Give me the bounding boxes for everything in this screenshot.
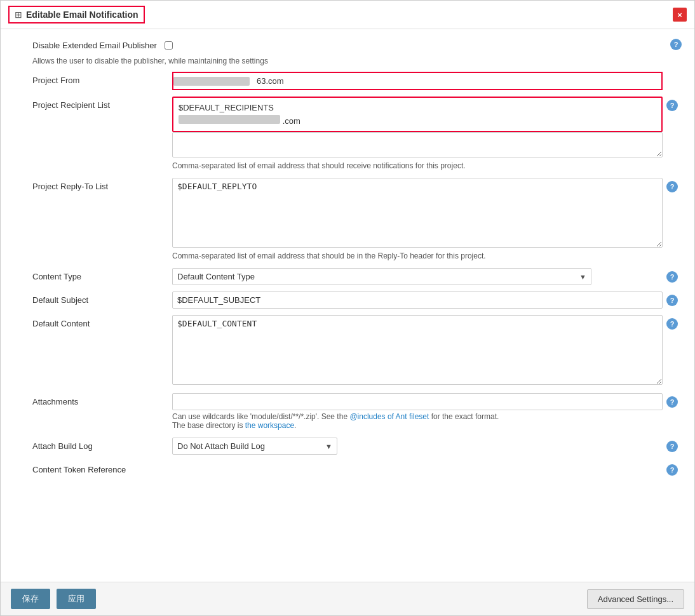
save-button[interactable]: 保存 [11,589,50,609]
recipient-blurred-row: .com [176,114,659,128]
recipient-suffix: .com [283,116,300,126]
title-bar: ⊞ Editable Email Notification × [1,1,694,29]
help-icon-token[interactable]: ? [666,464,678,476]
apply-button[interactable]: 应用 [57,589,96,609]
disable-extended-hint: Allows the user to disable the publisher… [32,57,682,65]
attachments-hint: Can use wildcards like 'module/dist/**/*… [172,412,663,430]
default-subject-label: Default Subject [32,291,172,305]
recipient-textarea[interactable] [172,132,663,157]
project-from-row: Project From 63.com [32,72,682,90]
disable-extended-label: Disable Extended Email Publisher [32,41,157,50]
recipient-hint: Comma-separated list of email address th… [172,161,663,170]
help-icon-content[interactable]: ? [666,318,678,330]
project-from-label: Project From [32,72,172,85]
default-content-textarea[interactable]: $DEFAULT_CONTENT [172,315,663,385]
project-recipient-row: Project Recipient List $DEFAULT_RECIPIEN… [32,97,682,171]
close-button[interactable]: × [673,8,687,22]
help-icon-attach-log[interactable]: ? [666,441,678,452]
attach-build-log-label: Attach Build Log [32,438,172,451]
content-type-select-wrap: Default Content Type text/plain text/htm… [172,268,591,285]
attachments-label: Attachments [32,393,172,406]
default-subject-input[interactable]: $DEFAULT_SUBJECT [172,291,663,309]
project-from-input-wrap: 63.com [172,72,663,90]
help-icon-recipient[interactable]: ? [666,100,678,111]
recipient-default: $DEFAULT_RECIPIENTS [176,100,659,114]
disable-extended-checkbox[interactable] [165,41,173,50]
help-icon-attachments[interactable]: ? [666,396,678,408]
workspace-link[interactable]: the workspace [245,421,294,430]
attachments-input[interactable] [172,393,663,410]
help-icon-reply-to[interactable]: ? [666,181,678,192]
help-icon-content-type[interactable]: ? [666,271,678,283]
help-icon-subject[interactable]: ? [666,295,678,306]
recipient-box: $DEFAULT_RECIPIENTS .com [172,97,663,132]
content-token-label: Content Token Reference [32,461,172,474]
title-bar-frame: ⊞ Editable Email Notification [8,6,145,23]
bottom-bar: 保存 应用 Advanced Settings... [1,582,694,615]
action-buttons: 保存 应用 [11,589,96,609]
reply-to-textarea[interactable]: $DEFAULT_REPLYTO [172,178,663,248]
attach-build-log-row: Attach Build Log Do Not Attach Build Log… [32,438,682,455]
help-icon-top[interactable]: ? [670,39,682,50]
default-content-row: Default Content $DEFAULT_CONTENT ? [32,315,682,387]
default-content-label: Default Content [32,315,172,328]
project-reply-to-row: Project Reply-To List $DEFAULT_REPLYTO C… [32,178,682,262]
content-type-row: Content Type Default Content Type text/p… [32,268,682,285]
reply-to-hint: Comma-separated list of email address th… [172,251,663,260]
project-recipient-label: Project Recipient List [32,97,172,110]
content-token-row: Content Token Reference ? [32,461,682,476]
project-from-input[interactable]: 63.com [252,73,661,89]
attachments-row: Attachments Can use wildcards like 'modu… [32,393,682,431]
disable-extended-row: Disable Extended Email Publisher [32,36,670,53]
content-type-select[interactable]: Default Content Type text/plain text/htm… [172,268,591,285]
project-from-blurred [173,77,250,86]
project-reply-to-label: Project Reply-To List [32,178,172,191]
advanced-settings-button[interactable]: Advanced Settings... [587,589,684,609]
dialog-title: Editable Email Notification [26,10,138,20]
grid-icon: ⊞ [15,10,22,20]
default-subject-row: Default Subject $DEFAULT_SUBJECT ? [32,291,682,309]
content-type-label: Content Type [32,268,172,281]
default-content-wrap: $DEFAULT_CONTENT [172,315,663,387]
reply-to-wrap: $DEFAULT_REPLYTO [172,178,663,250]
ant-fileset-link[interactable]: @includes of Ant fileset [349,412,429,421]
recipient-blur [179,115,280,124]
attach-build-log-select-wrap: Do Not Attach Build Log Attach Build Log… [172,438,337,455]
attach-build-log-select[interactable]: Do Not Attach Build Log Attach Build Log… [172,438,337,455]
